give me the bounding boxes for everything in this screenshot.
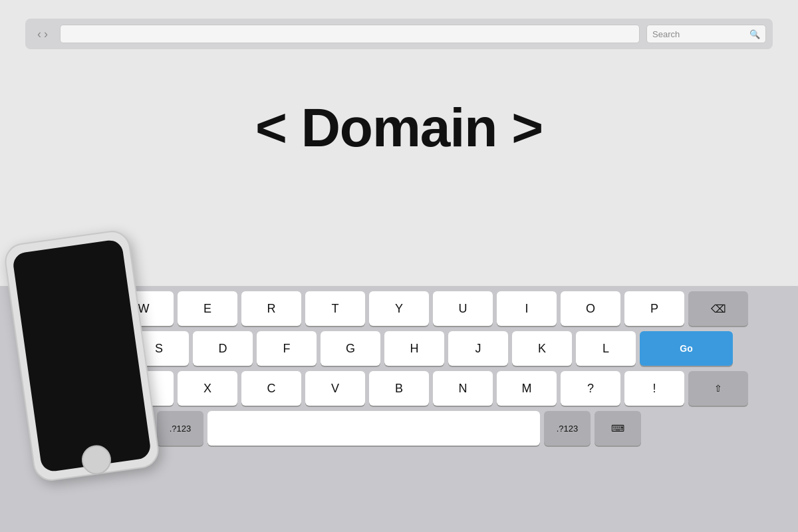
key-r[interactable]: R <box>241 291 301 326</box>
numbers-right-key[interactable]: .?123 <box>544 411 591 446</box>
key-d[interactable]: D <box>193 331 253 366</box>
key-t[interactable]: T <box>305 291 365 326</box>
key-o[interactable]: O <box>561 291 620 326</box>
key-v[interactable]: V <box>305 371 365 406</box>
key-n[interactable]: N <box>433 371 493 406</box>
space-key[interactable] <box>207 411 540 446</box>
key-j[interactable]: J <box>448 331 508 366</box>
key-f[interactable]: F <box>257 331 317 366</box>
nav-buttons: ‹ › <box>32 28 53 40</box>
phone-screen <box>12 239 152 473</box>
delete-key[interactable]: ⌫ <box>688 291 748 326</box>
key-h[interactable]: H <box>384 331 444 366</box>
key-e[interactable]: E <box>178 291 237 326</box>
back-button[interactable]: ‹ <box>37 28 41 40</box>
page-title: < Domain > <box>0 96 798 159</box>
key-u[interactable]: U <box>433 291 493 326</box>
key-y[interactable]: Y <box>369 291 429 326</box>
key-i[interactable]: I <box>497 291 557 326</box>
key-m[interactable]: M <box>497 371 557 406</box>
search-icon: 🔍 <box>749 29 760 39</box>
search-label: Search <box>652 29 680 39</box>
browser-bar: ‹ › Search 🔍 <box>25 19 773 49</box>
key-c[interactable]: C <box>241 371 301 406</box>
key-b[interactable]: B <box>369 371 429 406</box>
key-p[interactable]: P <box>624 291 684 326</box>
search-box[interactable]: Search 🔍 <box>646 25 766 43</box>
numbers-left-key[interactable]: .?123 <box>157 411 203 446</box>
keyboard-hide-key[interactable]: ⌨ <box>595 411 641 446</box>
key-question[interactable]: ? <box>561 371 620 406</box>
key-l[interactable]: L <box>576 331 636 366</box>
forward-button[interactable]: › <box>44 28 48 40</box>
key-x[interactable]: X <box>178 371 237 406</box>
shift-right-key[interactable]: ⇧ <box>688 371 748 406</box>
key-g[interactable]: G <box>321 331 380 366</box>
key-k[interactable]: K <box>512 331 572 366</box>
go-key[interactable]: Go <box>640 331 733 366</box>
address-bar[interactable] <box>60 25 640 43</box>
key-exclamation[interactable]: ! <box>624 371 684 406</box>
